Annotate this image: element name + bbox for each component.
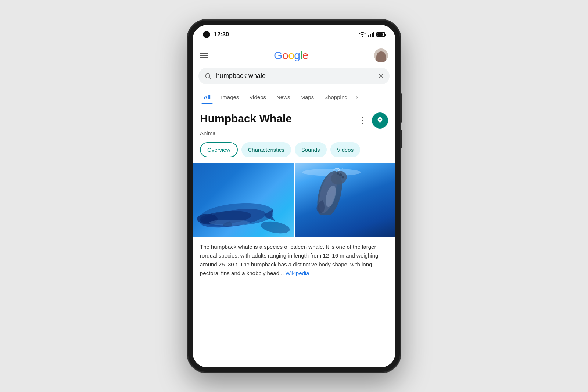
entity-type: Animal <box>200 130 388 136</box>
logo-e: e <box>302 49 308 61</box>
knowledge-panel: Humpback Whale ⋮ Animal Overview Cha <box>193 105 395 237</box>
svg-point-15 <box>337 172 339 175</box>
tab-news[interactable]: News <box>271 90 295 104</box>
images-grid <box>193 163 395 237</box>
svg-rect-1 <box>370 34 371 37</box>
pill-videos[interactable]: Videos <box>330 142 361 157</box>
pill-sounds[interactable]: Sounds <box>295 142 327 157</box>
tab-videos[interactable]: Videos <box>244 90 271 104</box>
signal-icon <box>368 32 374 37</box>
status-icons <box>359 32 385 37</box>
entity-title: Humpback Whale <box>200 112 292 125</box>
tab-images[interactable]: Images <box>216 90 244 104</box>
google-header: Google <box>193 44 395 65</box>
svg-point-14 <box>339 173 342 176</box>
svg-rect-0 <box>368 35 369 37</box>
logo-o2: o <box>288 49 294 61</box>
phone-frame: 12:30 <box>187 20 401 373</box>
whale-silhouette-left <box>196 204 277 229</box>
avatar[interactable] <box>374 48 388 62</box>
logo-o1: o <box>282 49 288 61</box>
phone-wrapper: 12:30 <box>187 20 401 373</box>
tab-maps[interactable]: Maps <box>295 90 319 104</box>
entity-actions: ⋮ <box>357 112 388 129</box>
pill-characteristics[interactable]: Characteristics <box>241 142 291 157</box>
battery-icon <box>376 32 385 37</box>
whale-silhouette-right <box>298 167 365 215</box>
svg-point-16 <box>341 176 344 178</box>
wifi-icon <box>359 32 366 37</box>
phone-screen: 12:30 <box>193 25 395 367</box>
search-icon <box>204 72 212 80</box>
status-time: 12:30 <box>214 31 229 38</box>
search-tabs: All Images Videos News Maps Shopping › <box>193 90 395 105</box>
avatar-image <box>376 51 386 62</box>
logo-g1: G <box>274 49 282 61</box>
clear-search-button[interactable]: ✕ <box>378 72 384 80</box>
description: The humpback whale is a species of balee… <box>193 237 395 278</box>
wikipedia-link[interactable]: Wikipedia <box>286 270 309 276</box>
entity-header: Humpback Whale ⋮ <box>200 112 388 129</box>
pill-overview[interactable]: Overview <box>200 142 238 157</box>
category-pills: Overview Characteristics Sounds Videos <box>200 142 388 157</box>
tab-shopping[interactable]: Shopping <box>319 90 352 104</box>
svg-rect-3 <box>373 32 374 37</box>
search-bar[interactable]: humpback whale ✕ <box>198 68 390 84</box>
tab-all[interactable]: All <box>198 90 216 104</box>
tab-more[interactable]: › <box>353 90 361 105</box>
follow-button[interactable] <box>372 112 388 129</box>
search-query: humpback whale <box>216 72 374 80</box>
status-bar-left: 12:30 <box>203 31 229 38</box>
logo-g2: g <box>294 49 300 61</box>
whale-image-right[interactable] <box>295 163 396 237</box>
whale-image-left[interactable] <box>193 163 294 237</box>
follow-icon <box>376 116 384 125</box>
google-logo: Google <box>274 49 308 62</box>
svg-rect-2 <box>372 33 373 37</box>
camera-hole <box>203 31 210 38</box>
status-bar: 12:30 <box>193 25 395 44</box>
more-options-button[interactable]: ⋮ <box>357 114 368 127</box>
svg-point-8 <box>209 220 250 226</box>
hamburger-menu[interactable] <box>200 53 208 58</box>
